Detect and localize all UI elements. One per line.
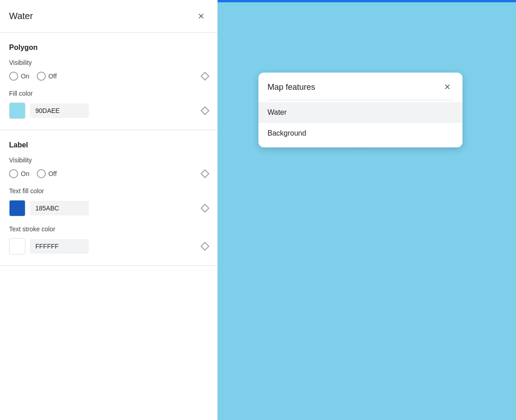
text-fill-color-label: Text fill color [9, 187, 208, 195]
text-stroke-color-row: FFFFFF [9, 238, 208, 254]
map-features-popup: Map features ✕ Water Background [258, 73, 462, 147]
label-off-option[interactable]: Off [37, 169, 57, 178]
map-panel: Map features ✕ Water Background [218, 0, 516, 420]
popup-item-water[interactable]: Water [258, 102, 462, 123]
label-visibility-radio-group: On Off [9, 169, 202, 178]
label-on-label: On [21, 170, 29, 177]
panel-title: Water [9, 11, 33, 21]
label-on-option[interactable]: On [9, 169, 29, 178]
text-stroke-color-label: Text stroke color [9, 225, 208, 233]
polygon-visibility-label: Visibility [9, 59, 208, 66]
polygon-off-option[interactable]: Off [37, 72, 57, 81]
text-stroke-color-input[interactable]: FFFFFF [30, 239, 89, 254]
panel-header: Water ✕ [0, 0, 217, 33]
label-off-label: Off [49, 170, 57, 177]
popup-close-icon: ✕ [444, 82, 451, 92]
polygon-on-option[interactable]: On [9, 72, 29, 81]
polygon-visibility-diamond-icon[interactable] [200, 72, 209, 81]
popup-close-button[interactable]: ✕ [441, 81, 453, 93]
label-visibility-diamond-icon[interactable] [200, 169, 209, 178]
label-section: Label Visibility On Off Text fill color … [0, 130, 217, 266]
fill-color-input[interactable]: 90DAEE [30, 103, 89, 118]
text-fill-color-row: 185ABC [9, 200, 208, 216]
fill-color-swatch[interactable] [9, 103, 25, 119]
left-panel: Water ✕ Polygon Visibility On Off Fill c… [0, 0, 218, 420]
fill-color-label: Fill color [9, 90, 208, 97]
label-on-radio[interactable] [9, 169, 18, 178]
label-section-title: Label [9, 141, 208, 149]
polygon-visibility-radio-group: On Off [9, 72, 202, 81]
polygon-off-label: Off [49, 73, 57, 80]
popup-list: Water Background [258, 100, 462, 147]
popup-item-background[interactable]: Background [258, 123, 462, 144]
polygon-section-title: Polygon [9, 44, 208, 52]
polygon-visibility-row: On Off [9, 72, 208, 81]
text-fill-color-swatch[interactable] [9, 200, 25, 216]
text-fill-diamond-icon[interactable] [200, 204, 209, 213]
close-icon: ✕ [198, 11, 204, 21]
label-visibility-label: Visibility [9, 156, 208, 164]
fill-color-row: 90DAEE [9, 103, 208, 119]
fill-color-diamond-icon[interactable] [200, 106, 209, 115]
polygon-on-label: On [21, 73, 29, 80]
text-fill-color-input[interactable]: 185ABC [30, 201, 89, 215]
popup-title: Map features [268, 83, 315, 92]
label-off-radio[interactable] [37, 169, 46, 178]
polygon-on-radio[interactable] [9, 72, 18, 81]
popup-header: Map features ✕ [258, 73, 462, 100]
polygon-section: Polygon Visibility On Off Fill color 90D… [0, 33, 217, 130]
map-top-bar [218, 0, 516, 2]
text-stroke-diamond-icon[interactable] [200, 242, 209, 251]
label-visibility-row: On Off [9, 169, 208, 178]
polygon-off-radio[interactable] [37, 72, 46, 81]
text-stroke-color-swatch[interactable] [9, 238, 25, 254]
panel-close-button[interactable]: ✕ [194, 9, 208, 24]
